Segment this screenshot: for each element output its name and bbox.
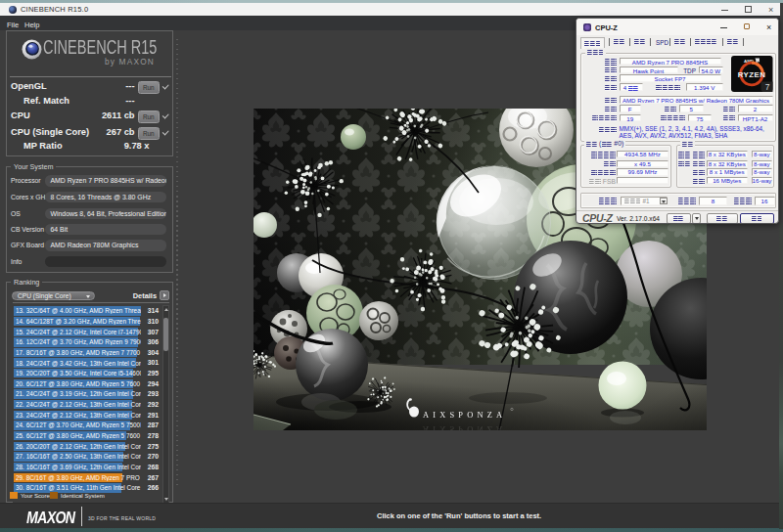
svg-text:7: 7: [765, 82, 770, 92]
svg-text:RYZEN: RYZEN: [738, 70, 766, 79]
